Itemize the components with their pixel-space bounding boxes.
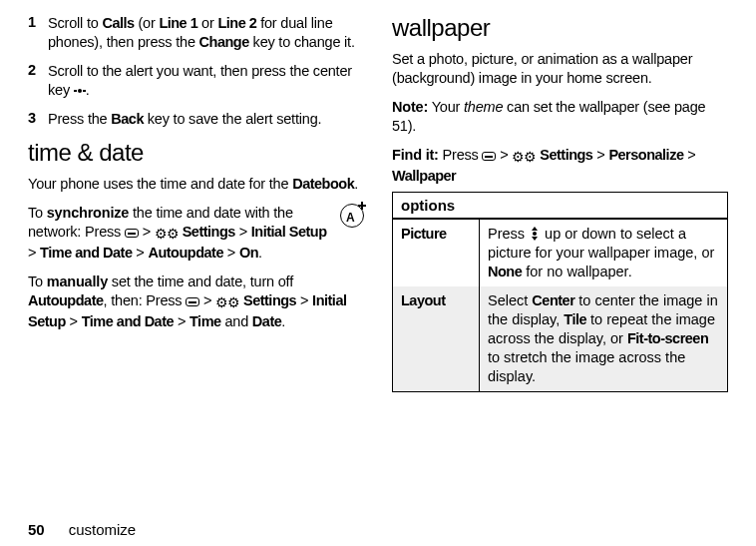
plus-icon [358, 202, 366, 210]
center-key-icon [74, 86, 86, 96]
table-row: LayoutSelect Center to center the image … [393, 286, 728, 392]
options-table: options PicturePress up or down to selec… [392, 192, 728, 392]
nav-updown-icon [529, 228, 541, 240]
step-item: 2Scroll to the alert you want, then pres… [28, 62, 364, 100]
page-number: 50 [28, 521, 45, 538]
section-heading-wallpaper: wallpaper [392, 14, 728, 42]
step-item: 1Scroll to Calls (or Line 1 or Line 2 fo… [28, 14, 364, 52]
two-columns: 1Scroll to Calls (or Line 1 or Line 2 fo… [28, 14, 728, 511]
settings-icon: ⚙⚙ [215, 293, 239, 312]
step-item: 3Press the Back key to save the alert se… [28, 110, 364, 129]
wallpaper-intro: Set a photo, picture, or animation as a … [392, 50, 728, 88]
left-column: 1Scroll to Calls (or Line 1 or Line 2 fo… [28, 14, 364, 511]
step-text: Press the Back key to save the alert set… [48, 110, 364, 129]
wallpaper-note: Note: Your theme can set the wallpaper (… [392, 98, 728, 136]
options-header: options [393, 193, 728, 220]
option-label: Layout [393, 286, 480, 392]
softkey-icon [125, 229, 139, 238]
find-it-line: Find it: Press > ⚙⚙ Settings > Personali… [392, 146, 728, 186]
time-date-intro: Your phone uses the time and date for th… [28, 175, 364, 194]
synchronize-paragraph: A To synchronize the time and date with … [28, 204, 364, 263]
settings-icon: ⚙⚙ [155, 225, 179, 244]
table-row: PicturePress up or down to select a pict… [393, 219, 728, 286]
settings-icon: ⚙⚙ [512, 148, 536, 167]
page-footer: 50 customize [28, 511, 728, 546]
accessibility-icon: A [340, 204, 364, 228]
aplus-letter: A [346, 212, 354, 224]
step-number: 2 [28, 62, 48, 100]
step-number: 1 [28, 14, 48, 52]
option-description: Press up or down to select a picture for… [480, 219, 728, 286]
softkey-icon [482, 152, 496, 161]
softkey-icon [186, 297, 199, 306]
step-number: 3 [28, 110, 48, 129]
option-description: Select Center to center the image in the… [480, 286, 728, 392]
manual-paragraph: To manually set the time and date, turn … [28, 273, 364, 331]
right-column: wallpaper Set a photo, picture, or anima… [392, 14, 728, 511]
section-heading-time-date: time & date [28, 139, 364, 167]
steps-list: 1Scroll to Calls (or Line 1 or Line 2 fo… [28, 14, 364, 129]
manual-page: 1Scroll to Calls (or Line 1 or Line 2 fo… [0, 0, 756, 546]
step-text: Scroll to Calls (or Line 1 or Line 2 for… [48, 14, 364, 52]
option-label: Picture [393, 219, 480, 286]
footer-section: customize [69, 521, 137, 538]
step-text: Scroll to the alert you want, then press… [48, 62, 364, 100]
